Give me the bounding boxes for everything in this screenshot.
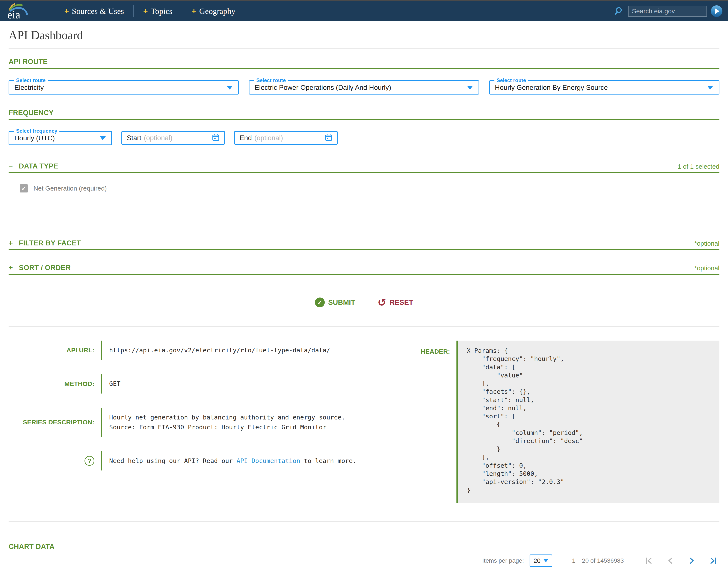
- api-details-left: API URL: https://api.eia.gov/v2/electric…: [9, 341, 412, 503]
- top-navbar: eia + Sources & Uses + Topics + Geograph…: [0, 1, 728, 21]
- green-bar: [101, 374, 102, 393]
- x-params-json: X-Params: { "frequency": "hourly", "data…: [467, 347, 713, 494]
- calendar-icon[interactable]: [212, 134, 219, 142]
- submit-button[interactable]: ✓ SUBMIT: [313, 297, 357, 308]
- route-select-3-label: Select route: [494, 77, 528, 84]
- reset-button[interactable]: ↺ RESET: [376, 297, 415, 308]
- search-input[interactable]: [628, 6, 707, 16]
- collapse-icon[interactable]: −: [9, 162, 13, 170]
- api-url-value: https://api.eia.gov/v2/electricity/rto/f…: [109, 341, 330, 360]
- main-content: API Dashboard API ROUTE Select route Ele…: [0, 28, 728, 571]
- filter-facet-heading: FILTER BY FACET: [19, 239, 81, 247]
- api-documentation-link[interactable]: API Documentation: [237, 457, 300, 464]
- frequency-select[interactable]: Select frequency Hourly (UTC): [9, 131, 112, 145]
- route-select-1[interactable]: Select route Electricity: [9, 80, 239, 95]
- method-label: METHOD:: [9, 380, 94, 387]
- api-details-section: API URL: https://api.eia.gov/v2/electric…: [9, 341, 719, 503]
- frequency-select-value: Hourly (UTC): [14, 134, 55, 142]
- nav-item-topics[interactable]: + Topics: [134, 6, 182, 16]
- pagination-controls: [644, 556, 718, 565]
- last-page-button[interactable]: [709, 556, 718, 565]
- sort-order-heading: SORT / ORDER: [19, 264, 71, 272]
- items-per-page-label: Items per page:: [482, 557, 524, 564]
- api-route-heading: API ROUTE: [9, 58, 48, 66]
- eia-logo-icon: eia: [6, 3, 31, 20]
- method-value: GET: [109, 374, 120, 393]
- net-generation-checkbox-row: ✓ Net Generation (required): [20, 184, 719, 193]
- frequency-heading: FREQUENCY: [9, 109, 54, 117]
- end-date-label: End: [240, 134, 252, 142]
- filter-facet-optional-note: *optional: [694, 240, 719, 247]
- series-description-row: SERIES DESCRIPTION: Hourly net generatio…: [9, 408, 412, 437]
- api-url-label: API URL:: [9, 347, 94, 354]
- start-date-field[interactable]: Start (optional): [121, 131, 225, 145]
- sort-order-section-header: + SORT / ORDER *optional: [9, 263, 719, 275]
- net-generation-checkbox[interactable]: ✓: [20, 184, 28, 193]
- route-select-1-label: Select route: [14, 77, 48, 84]
- nav-item-sources-uses[interactable]: + Sources & Uses: [55, 6, 133, 16]
- frequency-controls-row: Select frequency Hourly (UTC) Start (opt…: [9, 131, 719, 145]
- filter-facet-section-header: + FILTER BY FACET *optional: [9, 239, 719, 250]
- series-line-1: Hourly net generation by balancing autho…: [109, 414, 345, 421]
- header-label: HEADER:: [412, 348, 450, 355]
- route-select-2[interactable]: Select route Electric Power Operations (…: [249, 80, 479, 95]
- reset-undo-icon: ↺: [377, 297, 386, 308]
- green-bar: [101, 341, 102, 360]
- series-line-2: Source: Form EIA-930 Product: Hourly Ele…: [109, 424, 327, 431]
- pagination-footer: Items per page: 20 1 – 20 of 14536983: [0, 550, 728, 571]
- route-selects-row: Select route Electricity Select route El…: [9, 80, 719, 95]
- chevron-down-icon: [467, 86, 473, 90]
- series-description-label: SERIES DESCRIPTION:: [9, 419, 94, 426]
- start-date-label: Start: [127, 134, 142, 142]
- search-icon: [615, 6, 624, 16]
- route-select-2-label: Select route: [254, 77, 288, 84]
- title-divider: [9, 48, 719, 49]
- next-page-button[interactable]: [687, 556, 696, 565]
- frequency-section-header: FREQUENCY: [9, 109, 719, 120]
- section-divider: [9, 521, 719, 522]
- plus-icon: +: [143, 7, 148, 16]
- help-row: ? Need help using our API? Read our API …: [9, 451, 412, 470]
- expand-icon[interactable]: +: [9, 263, 13, 272]
- go-arrow-icon: [715, 8, 719, 14]
- navbar-search-area: [615, 5, 722, 17]
- end-date-field[interactable]: End (optional): [234, 131, 338, 145]
- section-divider: [9, 326, 719, 327]
- route-select-2-value: Electric Power Operations (Daily And Hou…: [255, 84, 391, 92]
- route-select-3[interactable]: Select route Hourly Generation By Energy…: [489, 80, 719, 95]
- help-suffix: to learn more.: [300, 457, 356, 464]
- form-actions: ✓ SUBMIT ↺ RESET: [9, 297, 719, 308]
- help-text: Need help using our API? Read our API Do…: [109, 451, 356, 470]
- search-go-button[interactable]: [711, 5, 722, 17]
- help-prefix: Need help using our API? Read our: [109, 457, 237, 464]
- calendar-icon[interactable]: [325, 134, 332, 142]
- net-generation-label: Net Generation (required): [33, 185, 107, 192]
- nav-item-label: Topics: [151, 6, 172, 16]
- data-type-section-header: − DATA TYPE 1 of 1 selected: [9, 162, 719, 173]
- eia-logo[interactable]: eia: [6, 3, 31, 20]
- expand-icon[interactable]: +: [9, 239, 13, 247]
- nav-item-geography[interactable]: + Geography: [182, 6, 245, 16]
- chart-data-heading: CHART DATA: [9, 543, 55, 551]
- spacer: [9, 193, 719, 213]
- pagination-range: 1 – 20 of 14536983: [572, 557, 624, 564]
- items-per-page-value: 20: [534, 557, 541, 564]
- first-page-button[interactable]: [644, 556, 653, 565]
- help-icon-cell: ?: [9, 456, 94, 466]
- route-select-3-value: Hourly Generation By Energy Source: [495, 84, 608, 92]
- items-per-page-select[interactable]: 20: [530, 555, 552, 567]
- green-bar: [101, 408, 102, 437]
- series-description-value: Hourly net generation by balancing autho…: [109, 408, 345, 437]
- sort-order-optional-note: *optional: [694, 264, 719, 272]
- question-mark-icon: ?: [85, 456, 94, 466]
- api-url-row: API URL: https://api.eia.gov/v2/electric…: [9, 341, 412, 360]
- green-bar: [101, 451, 102, 470]
- route-select-1-value: Electricity: [14, 84, 44, 92]
- eia-logo-text: eia: [7, 9, 20, 20]
- request-header-box: X-Params: { "frequency": "hourly", "data…: [456, 341, 719, 503]
- chevron-down-icon: [100, 136, 106, 140]
- submit-label: SUBMIT: [328, 298, 355, 307]
- api-details-right: HEADER: X-Params: { "frequency": "hourly…: [412, 341, 719, 503]
- api-route-section-header: API ROUTE: [9, 58, 719, 69]
- previous-page-button[interactable]: [666, 556, 675, 565]
